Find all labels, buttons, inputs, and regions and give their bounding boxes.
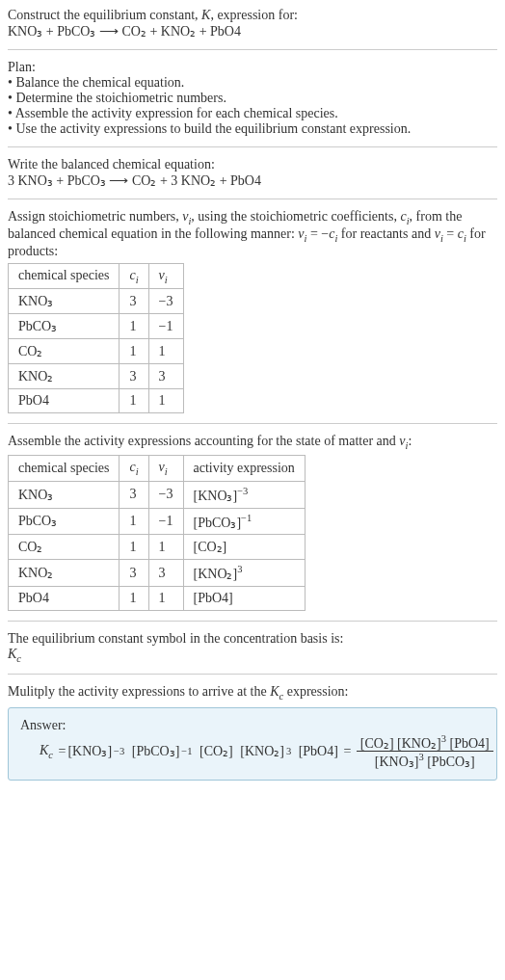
cell-species: CO₂ xyxy=(9,339,120,364)
divider xyxy=(8,674,497,675)
cell-expr: [PbO4] xyxy=(183,586,305,610)
cell-species: KNO₂ xyxy=(9,364,120,389)
cell-species: KNO₃ xyxy=(9,481,120,508)
cell-vi: 1 xyxy=(148,389,183,413)
cell-species: PbCO₃ xyxy=(9,508,120,535)
cell-species: CO₂ xyxy=(9,535,120,560)
cell-species: PbO4 xyxy=(9,586,120,610)
activity-section: Assemble the activity expressions accoun… xyxy=(8,434,497,611)
col-species: chemical species xyxy=(9,456,120,482)
answer-box: Answer: Kc = [KNO₃]−3 [PbCO₃]−1 [CO₂] [K… xyxy=(8,707,497,781)
table-row: KNO₂ 3 3 xyxy=(9,364,184,389)
table-row: CO₂ 1 1 [CO₂] xyxy=(9,535,306,560)
activity-intro: Assemble the activity expressions accoun… xyxy=(8,434,497,451)
final-intro: Mulitply the activity expressions to arr… xyxy=(8,684,497,702)
cell-ci: 1 xyxy=(120,508,148,535)
cell-ci: 1 xyxy=(120,389,148,413)
plan-item: • Balance the chemical equation. xyxy=(8,75,497,91)
cell-species: PbO4 xyxy=(9,389,120,413)
divider xyxy=(8,146,497,147)
cell-species: KNO₂ xyxy=(9,560,120,587)
table-row: CO₂ 1 1 xyxy=(9,339,184,364)
fraction: [CO₂] [KNO₂]3 [PbO4] [KNO₃]3 [PbCO₃] xyxy=(357,733,493,770)
cell-ci: 1 xyxy=(120,535,148,560)
cell-expr: [PbCO₃]−1 xyxy=(183,508,305,535)
balanced-section: Write the balanced chemical equation: 3 … xyxy=(8,157,497,189)
stoich-section: Assign stoichiometric numbers, νi, using… xyxy=(8,209,497,413)
plan-section: Plan: • Balance the chemical equation. •… xyxy=(8,60,497,137)
cell-ci: 3 xyxy=(120,481,148,508)
ksymbol-value: Kc xyxy=(8,647,497,664)
stoich-table: chemical species ci νi KNO₃ 3 −3 PbCO₃ 1… xyxy=(8,263,184,414)
table-row: KNO₃ 3 −3 [KNO₃]−3 xyxy=(9,481,306,508)
col-ci: ci xyxy=(120,456,148,482)
plan-item: • Assemble the activity expression for e… xyxy=(8,106,497,121)
cell-species: PbCO₃ xyxy=(9,314,120,339)
ksymbol-section: The equilibrium constant symbol in the c… xyxy=(8,631,497,664)
stoich-intro: Assign stoichiometric numbers, νi, using… xyxy=(8,209,497,259)
cell-ci: 1 xyxy=(120,586,148,610)
divider xyxy=(8,621,497,622)
cell-vi: −3 xyxy=(148,289,183,314)
cell-ci: 1 xyxy=(120,314,148,339)
divider xyxy=(8,49,497,50)
table-row: KNO₂ 3 3 [KNO₂]3 xyxy=(9,560,306,587)
cell-vi: −1 xyxy=(148,314,183,339)
cell-vi: 3 xyxy=(148,364,183,389)
cell-vi: −3 xyxy=(148,481,183,508)
cell-ci: 3 xyxy=(120,364,148,389)
cell-species: KNO₃ xyxy=(9,289,120,314)
answer-expression: Kc = [KNO₃]−3 [PbCO₃]−1 [CO₂] [KNO₂]3 [P… xyxy=(20,733,485,770)
title-line: Construct the equilibrium constant, K, e… xyxy=(8,8,497,23)
plan-item: • Determine the stoichiometric numbers. xyxy=(8,91,497,106)
balanced-heading: Write the balanced chemical equation: xyxy=(8,157,497,172)
cell-expr: [KNO₃]−3 xyxy=(183,481,305,508)
cell-expr: [KNO₂]3 xyxy=(183,560,305,587)
cell-vi: 1 xyxy=(148,586,183,610)
table-row: PbO4 1 1 xyxy=(9,389,184,413)
cell-ci: 1 xyxy=(120,339,148,364)
table-row: KNO₃ 3 −3 xyxy=(9,289,184,314)
cell-expr: [CO₂] xyxy=(183,535,305,560)
divider xyxy=(8,423,497,424)
table-row: PbCO₃ 1 −1 xyxy=(9,314,184,339)
header-section: Construct the equilibrium constant, K, e… xyxy=(8,8,497,40)
plan-heading: Plan: xyxy=(8,60,497,75)
col-vi: νi xyxy=(148,263,183,289)
table-row: PbO4 1 1 [PbO4] xyxy=(9,586,306,610)
cell-vi: 1 xyxy=(148,535,183,560)
answer-label: Answer: xyxy=(20,718,485,733)
divider xyxy=(8,199,497,199)
cell-ci: 3 xyxy=(120,560,148,587)
col-ci: ci xyxy=(120,263,148,289)
plan-item: • Use the activity expressions to build … xyxy=(8,121,497,137)
cell-vi: 1 xyxy=(148,339,183,364)
final-section: Mulitply the activity expressions to arr… xyxy=(8,684,497,781)
col-expr: activity expression xyxy=(183,456,305,482)
col-vi: νi xyxy=(148,456,183,482)
balanced-equation: 3 KNO₃ + PbCO₃ ⟶ CO₂ + 3 KNO₂ + PbO4 xyxy=(8,172,497,189)
cell-vi: −1 xyxy=(148,508,183,535)
table-header-row: chemical species ci νi activity expressi… xyxy=(9,456,306,482)
activity-table: chemical species ci νi activity expressi… xyxy=(8,455,306,611)
ksymbol-intro: The equilibrium constant symbol in the c… xyxy=(8,631,497,647)
cell-ci: 3 xyxy=(120,289,148,314)
table-row: PbCO₃ 1 −1 [PbCO₃]−1 xyxy=(9,508,306,535)
table-header-row: chemical species ci νi xyxy=(9,263,184,289)
col-species: chemical species xyxy=(9,263,120,289)
unbalanced-equation: KNO₃ + PbCO₃ ⟶ CO₂ + KNO₂ + PbO4 xyxy=(8,23,497,40)
cell-vi: 3 xyxy=(148,560,183,587)
